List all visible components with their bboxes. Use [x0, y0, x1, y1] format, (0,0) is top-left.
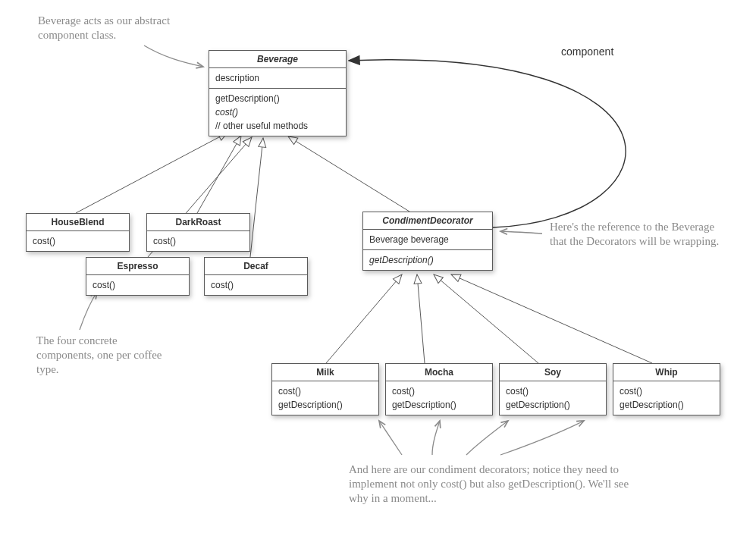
annotation-condiment: And here are our condiment decorators; n…: [349, 462, 637, 505]
class-title: Whip: [613, 364, 720, 381]
class-method: getDescription(): [215, 92, 340, 105]
class-method: cost(): [215, 105, 340, 119]
annotation-four-concrete: The four concrete components, one per co…: [36, 334, 173, 376]
class-title: Beverage: [209, 51, 346, 68]
class-method: cost(): [211, 278, 301, 292]
class-title: Milk: [272, 364, 378, 381]
class-attr: description: [215, 71, 340, 85]
class-title: Decaf: [205, 258, 307, 275]
class-method: cost(): [392, 384, 486, 398]
class-method: // other useful methods: [215, 119, 340, 133]
annotation-reference: Here's the reference to the Beverage tha…: [550, 220, 724, 249]
component-label: component: [561, 45, 613, 58]
class-method: cost(): [278, 384, 372, 398]
class-soy: Soy cost() getDescription(): [499, 363, 607, 415]
svg-line-7: [434, 274, 538, 363]
class-title: Mocha: [386, 364, 492, 381]
class-beverage: Beverage description getDescription() co…: [209, 50, 347, 136]
class-method: cost(): [33, 234, 123, 248]
svg-line-1: [197, 136, 241, 213]
class-decaf: Decaf cost(): [204, 257, 308, 296]
class-method: cost(): [620, 384, 714, 398]
class-method: getDescription(): [369, 253, 486, 267]
svg-line-5: [326, 274, 402, 363]
class-attr: Beverage beverage: [369, 233, 486, 246]
class-method: getDescription(): [506, 398, 600, 412]
class-method: cost(): [506, 384, 600, 398]
class-method: cost(): [93, 278, 183, 292]
class-method: cost(): [153, 234, 243, 248]
svg-line-3: [250, 138, 263, 257]
class-title: HouseBlend: [27, 214, 129, 231]
class-darkroast: DarkRoast cost(): [146, 213, 250, 252]
svg-line-8: [451, 274, 652, 363]
class-title: DarkRoast: [147, 214, 249, 231]
svg-line-0: [76, 133, 227, 213]
class-espresso: Espresso cost(): [86, 257, 190, 296]
class-milk: Milk cost() getDescription(): [271, 363, 379, 415]
svg-line-6: [417, 274, 425, 363]
class-title: Soy: [500, 364, 606, 381]
annotation-beverage: Beverage acts as our abstract component …: [38, 14, 205, 42]
class-title: Espresso: [86, 258, 189, 275]
class-houseblend: HouseBlend cost(): [26, 213, 130, 252]
class-condimentdecorator: CondimentDecorator Beverage beverage get…: [362, 212, 493, 271]
class-mocha: Mocha cost() getDescription(): [385, 363, 493, 415]
class-method: getDescription(): [620, 398, 714, 412]
class-method: getDescription(): [278, 398, 372, 412]
class-whip: Whip cost() getDescription(): [613, 363, 720, 415]
class-method: getDescription(): [392, 398, 486, 412]
class-title: CondimentDecorator: [363, 212, 492, 230]
svg-line-4: [288, 136, 409, 212]
